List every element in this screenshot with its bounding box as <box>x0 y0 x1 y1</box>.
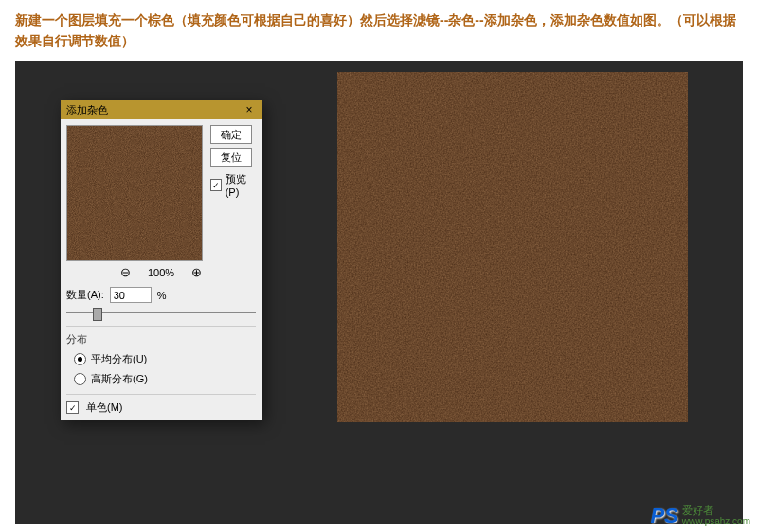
watermark: PS 爱好者 www.psahz.com <box>650 504 750 528</box>
watermark-logo: PS <box>650 504 677 528</box>
amount-input[interactable] <box>110 287 152 303</box>
reset-button[interactable]: 复位 <box>210 148 252 167</box>
add-noise-dialog: 添加杂色 × 确定 复位 ✓ 预览(P) <box>61 100 262 420</box>
radio-icon <box>74 353 86 365</box>
preview-checkbox-row[interactable]: ✓ 预览(P) <box>210 172 256 198</box>
zoom-in-icon[interactable]: ⊕ <box>191 265 202 279</box>
watermark-url: www.psahz.com <box>682 516 750 527</box>
noise-texture-image <box>337 72 688 422</box>
radio-gaussian[interactable]: 高斯分布(G) <box>74 372 256 386</box>
amount-slider[interactable] <box>66 305 256 320</box>
dialog-titlebar[interactable]: 添加杂色 × <box>61 100 262 119</box>
watermark-name: 爱好者 <box>682 505 750 516</box>
zoom-level: 100% <box>148 267 174 278</box>
radio-gaussian-label: 高斯分布(G) <box>91 372 148 386</box>
monochrome-checkbox-row[interactable]: ✓ 单色(M) <box>66 394 256 415</box>
slider-handle[interactable] <box>93 308 102 321</box>
monochrome-label: 单色(M) <box>86 400 123 415</box>
amount-unit: % <box>157 290 167 301</box>
checkbox-icon: ✓ <box>66 401 79 414</box>
radio-icon <box>74 373 86 385</box>
distribution-label: 分布 <box>66 326 256 346</box>
preview-checkbox-label: 预览(P) <box>226 172 256 198</box>
dialog-title-text: 添加杂色 <box>66 103 108 117</box>
checkbox-icon: ✓ <box>210 179 222 191</box>
zoom-out-icon[interactable]: ⊖ <box>120 265 131 279</box>
ok-button[interactable]: 确定 <box>210 125 252 144</box>
radio-uniform-label: 平均分布(U) <box>91 352 147 366</box>
close-icon[interactable]: × <box>243 103 256 116</box>
photoshop-canvas: 添加杂色 × 确定 复位 ✓ 预览(P) <box>15 61 743 524</box>
preview-thumbnail <box>66 125 203 261</box>
svg-rect-3 <box>67 126 202 260</box>
radio-uniform[interactable]: 平均分布(U) <box>74 352 256 366</box>
instruction-text: 新建一个图层填充一个棕色（填充颜色可根据自己的喜好）然后选择滤镜--杂色--添加… <box>0 0 758 61</box>
amount-label: 数量(A): <box>66 288 104 302</box>
dialog-body: 确定 复位 ✓ 预览(P) ⊖ 100% ⊕ 数量(A): % <box>61 119 262 420</box>
svg-rect-1 <box>337 72 688 422</box>
